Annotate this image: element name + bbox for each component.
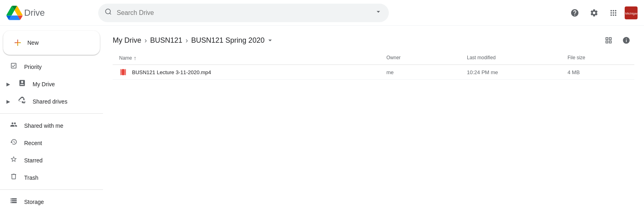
help-button[interactable] [567,5,583,21]
breadcrumb-busn121[interactable]: BUSN121 [150,36,182,45]
new-button-label: New [27,39,39,46]
logo-area[interactable]: Drive [6,5,95,21]
sidebar-item-trash[interactable]: Trash [0,169,97,186]
grid-view-icon [605,36,613,44]
file-size: 4 MB [568,69,628,75]
sidebar-divider [0,113,103,114]
apps-button[interactable] [605,5,621,21]
sidebar-divider-2 [0,189,103,190]
sidebar-item-storage[interactable]: Storage [0,193,97,210]
sidebar-item-label-my-drive: My Drive [33,81,55,87]
grid-view-button[interactable] [601,32,617,48]
toolbar-right [601,32,634,48]
svg-point-0 [105,9,110,14]
search-dropdown-icon[interactable] [374,8,382,18]
info-icon [622,36,630,44]
file-list: Name ↑ Owner Last modified File size BUS… [103,52,644,214]
shared-with-me-icon [10,121,18,130]
svg-text:Michigan Tech: Michigan Tech [625,12,638,15]
storage-icon [10,197,18,206]
search-icon [105,8,112,17]
header: Drive Michigan Tech [0,0,644,26]
breadcrumb-bar: My Drive › BUSN121 › BUSN121 Spring 2020 [103,26,644,52]
sidebar-item-label-shared-drives: Shared drives [33,98,67,105]
new-button[interactable]: New [3,31,100,55]
column-name-label: Name [119,55,132,61]
file-video-icon [119,68,127,76]
file-list-header: Name ↑ Owner Last modified File size [113,52,634,65]
file-name-cell: BUSN121 Lecture 3-11-2020.mp4 [119,68,386,76]
sidebar-item-starred[interactable]: Starred [0,152,97,169]
plus-icon [13,38,23,48]
table-row[interactable]: BUSN121 Lecture 3-11-2020.mp4 me 10:24 P… [113,65,634,80]
sidebar-item-label-recent: Recent [24,140,42,146]
search-bar [98,4,389,22]
breadcrumb-my-drive[interactable]: My Drive [113,36,141,45]
breadcrumb-sep-1: › [144,36,147,45]
breadcrumb-sep-2: › [186,36,188,45]
breadcrumb-current[interactable]: BUSN121 Spring 2020 [191,36,274,45]
search-input[interactable] [117,9,369,17]
app-title: Drive [24,8,45,18]
sidebar-item-label-shared-with-me: Shared with me [24,123,63,129]
sidebar-item-label-storage: Storage [24,199,44,205]
account-avatar[interactable]: Michigan Tech [625,6,638,19]
shared-drives-icon [18,97,26,106]
sidebar-item-shared-drives[interactable]: ▶ Shared drives [0,93,97,110]
my-drive-expand-icon: ▶ [6,81,10,87]
file-owner: me [386,69,467,75]
sidebar-item-label-starred: Starred [24,157,43,164]
svg-rect-4 [14,42,21,43]
sidebar-item-priority[interactable]: Priority [0,58,97,75]
starred-icon [10,156,18,165]
file-name: BUSN121 Lecture 3-11-2020.mp4 [132,69,211,75]
shared-drives-expand-icon: ▶ [6,99,10,104]
layout: New Priority ▶ My Drive ▶ Shared drives [0,26,644,214]
breadcrumb-current-label: BUSN121 Spring 2020 [191,36,264,45]
breadcrumb-dropdown-icon [266,36,274,44]
sidebar-item-recent[interactable]: Recent [0,134,97,152]
sidebar-item-label-priority: Priority [24,64,42,70]
column-file-size: File size [568,55,628,61]
header-right: Michigan Tech [567,5,638,21]
recent-icon [10,138,18,148]
sort-arrow-icon: ↑ [134,55,136,61]
settings-button[interactable] [586,5,602,21]
column-last-modified: Last modified [467,55,568,61]
column-owner: Owner [386,55,467,61]
column-name[interactable]: Name ↑ [119,55,386,61]
sidebar-item-my-drive[interactable]: ▶ My Drive [0,75,97,93]
sidebar: New Priority ▶ My Drive ▶ Shared drives [0,26,103,214]
main-content: My Drive › BUSN121 › BUSN121 Spring 2020 [103,26,644,214]
my-drive-icon [18,79,26,89]
sidebar-item-shared-with-me[interactable]: Shared with me [0,117,97,134]
info-button[interactable] [618,32,634,48]
file-last-modified: 10:24 PM me [467,69,568,75]
priority-icon [10,62,18,71]
drive-logo-icon [6,5,23,21]
sidebar-item-label-trash: Trash [24,175,38,181]
trash-icon [10,173,18,182]
